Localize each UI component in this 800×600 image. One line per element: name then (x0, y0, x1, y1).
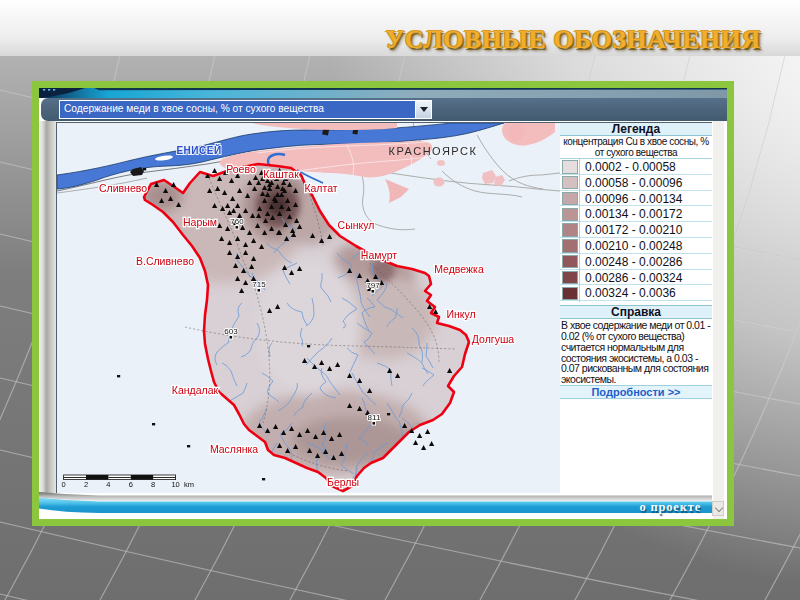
svg-text:Сынкул: Сынкул (338, 219, 375, 231)
svg-text:Долгуша: Долгуша (472, 333, 514, 345)
svg-text:Роево: Роево (226, 163, 256, 175)
svg-text:Сливнево: Сливнево (99, 182, 147, 194)
svg-text:715: 715 (252, 280, 266, 289)
svg-text:Кандалак: Кандалак (172, 384, 219, 396)
svg-text:760: 760 (230, 217, 244, 226)
svg-text:Маслянка: Маслянка (210, 443, 258, 455)
svg-text:811: 811 (368, 413, 381, 422)
svg-text:ЕНИСЕЙ: ЕНИСЕЙ (176, 144, 221, 156)
svg-text:Медвежка: Медвежка (434, 263, 484, 275)
svg-text:Нарым: Нарым (183, 216, 217, 228)
svg-text:Каштак: Каштак (263, 168, 299, 180)
svg-text:КРАСНОЯРСК: КРАСНОЯРСК (389, 145, 478, 157)
svg-text:797: 797 (366, 281, 380, 290)
svg-text:Инкул: Инкул (446, 308, 475, 320)
svg-text:603: 603 (224, 327, 238, 336)
svg-text:Намурт: Намурт (361, 249, 398, 261)
svg-text:В.Сливнево: В.Сливнево (136, 255, 194, 267)
svg-text:Калтат: Калтат (304, 182, 337, 194)
